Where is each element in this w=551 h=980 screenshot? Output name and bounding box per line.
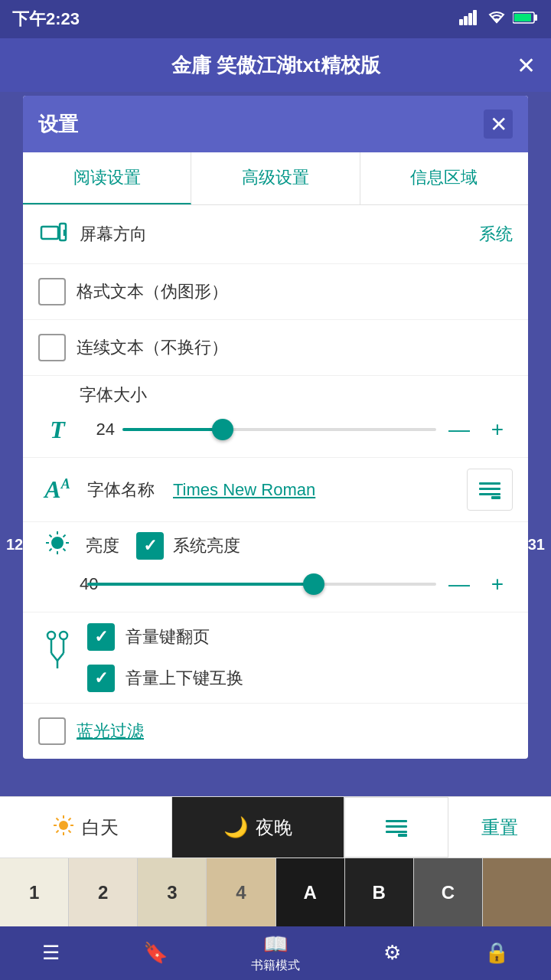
svg-line-20 <box>64 549 66 551</box>
svg-rect-0 <box>459 19 463 25</box>
reset-button[interactable]: 重置 <box>448 797 551 858</box>
font-size-value: 24 <box>84 420 115 439</box>
brightness-value: 40 <box>38 574 80 594</box>
theme-row: 白天 🌙 夜晚 重置 <box>0 796 551 858</box>
title-close-button[interactable]: ✕ <box>517 52 536 79</box>
settings-tabs: 阅读设置 高级设置 信息区域 <box>23 152 528 205</box>
nav-lock[interactable]: 🔒 <box>484 941 509 966</box>
reset-label: 重置 <box>481 815 518 840</box>
font-name-icon: AA <box>38 471 77 509</box>
color-swatch-2[interactable]: 2 <box>69 858 138 926</box>
svg-rect-12 <box>479 493 500 495</box>
brightness-section: 亮度 系统亮度 40 — + <box>23 522 528 612</box>
nav-menu[interactable]: ☰ <box>42 941 60 966</box>
moon-icon: 🌙 <box>223 815 248 839</box>
color-swatches-row: 1 2 3 4 A B C <box>0 858 551 926</box>
page-number-right: 31 <box>528 536 545 554</box>
tab-info-area[interactable]: 信息区域 <box>360 152 528 204</box>
svg-point-14 <box>52 537 63 548</box>
battery-icon <box>513 11 539 28</box>
nav-book-mode[interactable]: 📖 书籍模式 <box>251 933 300 974</box>
format-text-row: 格式文本（伪图形） <box>23 264 528 320</box>
nav-settings[interactable]: ⚙ <box>383 941 401 966</box>
svg-line-21 <box>64 535 66 537</box>
svg-rect-2 <box>468 13 472 25</box>
night-label: 夜晚 <box>256 815 292 840</box>
blue-light-label[interactable]: 蓝光过滤 <box>77 720 144 743</box>
volume-flip-checkbox[interactable] <box>87 623 115 651</box>
svg-rect-6 <box>514 14 531 21</box>
svg-point-30 <box>59 821 68 830</box>
svg-point-23 <box>47 632 55 639</box>
brightness-decrease-button[interactable]: — <box>444 569 474 599</box>
svg-line-28 <box>57 653 64 661</box>
font-size-decrease-button[interactable]: — <box>444 414 474 445</box>
screen-orientation-value[interactable]: 系统 <box>479 223 513 246</box>
color-swatch-3[interactable]: 3 <box>138 858 207 926</box>
theme-list-button[interactable] <box>344 797 448 858</box>
menu-icon: ☰ <box>42 941 60 965</box>
tab-read-settings[interactable]: 阅读设置 <box>23 152 191 204</box>
book-mode-label: 书籍模式 <box>251 958 300 974</box>
svg-rect-7 <box>41 227 58 239</box>
volume-section: 音量键翻页 音量上下键互换 <box>23 612 528 704</box>
color-swatch-C[interactable]: C <box>414 858 483 926</box>
font-size-section: 字体大小 T 24 — + <box>23 376 528 458</box>
svg-line-38 <box>56 830 58 832</box>
volume-flip-option: 音量键翻页 <box>87 623 243 651</box>
svg-rect-11 <box>479 488 500 490</box>
blue-light-checkbox[interactable] <box>38 717 66 745</box>
volume-swap-label: 音量上下键互换 <box>126 667 243 690</box>
font-size-slider[interactable] <box>122 418 436 441</box>
svg-line-36 <box>68 830 70 832</box>
nav-bookmark[interactable]: 🔖 <box>143 941 168 966</box>
blue-light-row: 蓝光过滤 <box>23 704 528 759</box>
font-name-row: AA 字体名称 Times New Roman <box>23 458 528 522</box>
settings-close-button[interactable]: ✕ <box>484 109 513 139</box>
font-size-increase-button[interactable]: + <box>482 414 513 445</box>
status-bar: 下午2:23 <box>0 0 551 38</box>
svg-rect-1 <box>464 16 468 25</box>
brightness-slider[interactable] <box>87 573 436 596</box>
sun-icon <box>53 815 74 841</box>
font-name-value[interactable]: Times New Roman <box>173 480 315 500</box>
font-list-button[interactable] <box>467 469 513 511</box>
svg-rect-40 <box>386 825 407 828</box>
system-brightness-label: 系统亮度 <box>173 534 240 557</box>
svg-line-22 <box>50 549 52 551</box>
format-text-checkbox[interactable] <box>38 278 66 305</box>
format-text-label: 格式文本（伪图形） <box>77 280 228 303</box>
brightness-label: 亮度 <box>86 534 119 557</box>
system-brightness-checkbox[interactable] <box>136 532 164 560</box>
svg-line-27 <box>51 653 57 661</box>
svg-line-35 <box>56 818 58 820</box>
color-swatch-4[interactable]: 4 <box>207 858 276 926</box>
tab-advanced-settings[interactable]: 高级设置 <box>191 152 360 204</box>
brightness-icon <box>38 530 77 561</box>
bottom-bar: 白天 🌙 夜晚 重置 1 2 3 4 A B C ☰ <box>0 796 551 980</box>
bottom-nav: ☰ 🔖 📖 书籍模式 ⚙ 🔒 <box>0 926 551 980</box>
volume-flip-label: 音量键翻页 <box>126 626 210 648</box>
screen-orientation-icon <box>38 219 69 250</box>
volume-options: 音量键翻页 音量上下键互换 <box>87 623 243 692</box>
bookmark-icon: 🔖 <box>143 941 168 965</box>
color-swatch-B[interactable]: B <box>345 858 414 926</box>
screen-orientation-row: 屏幕方向 系统 <box>23 205 528 264</box>
signal-icon <box>459 10 481 28</box>
brightness-increase-button[interactable]: + <box>482 569 513 599</box>
svg-rect-13 <box>491 496 500 499</box>
volume-icon <box>38 623 77 692</box>
color-swatch-A[interactable]: A <box>276 858 345 926</box>
night-theme-button[interactable]: 🌙 夜晚 <box>172 797 344 858</box>
continuous-text-checkbox[interactable] <box>38 334 66 361</box>
color-swatch-7[interactable] <box>483 858 551 926</box>
status-time: 下午2:23 <box>12 8 80 31</box>
volume-swap-option: 音量上下键互换 <box>87 665 243 692</box>
app-title: 金庸 笑傲江湖txt精校版 <box>171 52 380 79</box>
color-swatch-1[interactable]: 1 <box>0 858 69 926</box>
screen-orientation-label: 屏幕方向 <box>80 223 147 246</box>
day-theme-button[interactable]: 白天 <box>0 797 172 858</box>
settings-dialog: 设置 ✕ 阅读设置 高级设置 信息区域 屏幕方向 系统 格式文本（伪图形） 连续… <box>23 96 528 759</box>
settings-icon: ⚙ <box>383 941 401 965</box>
volume-swap-checkbox[interactable] <box>87 665 115 692</box>
